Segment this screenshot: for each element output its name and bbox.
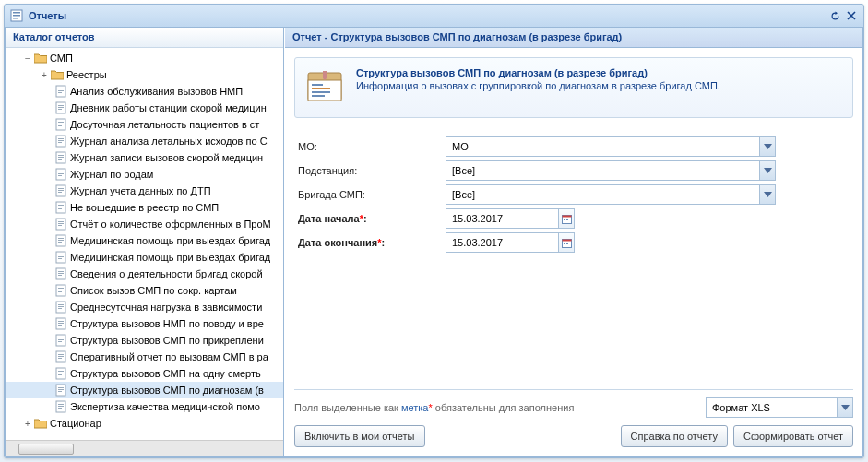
- svg-rect-69: [58, 354, 64, 355]
- svg-rect-85: [308, 80, 341, 101]
- svg-rect-73: [58, 371, 64, 372]
- svg-rect-92: [564, 219, 565, 220]
- report-panel: Отчет - Структура вызовов СМП по диагноз…: [284, 28, 862, 456]
- svg-rect-2: [13, 15, 20, 17]
- svg-rect-83: [58, 408, 62, 409]
- svg-rect-61: [58, 321, 64, 322]
- svg-rect-33: [58, 205, 64, 206]
- svg-rect-96: [564, 243, 565, 244]
- svg-rect-66: [58, 339, 64, 340]
- tree-folder-smp[interactable]: −СМП: [6, 50, 283, 66]
- date-end-input[interactable]: 15.03.2017: [446, 232, 575, 253]
- report-tree[interactable]: −СМП +Реестры Анализ обслуживания вызово…: [6, 48, 283, 440]
- date-start-input[interactable]: 15.03.2017: [446, 208, 575, 229]
- package-icon: [304, 67, 345, 108]
- tree-item[interactable]: Дневник работы станции скорой медицин: [6, 100, 283, 116]
- tree-item[interactable]: Структура вызовов СМП по прикреплени: [6, 332, 283, 349]
- svg-rect-29: [58, 188, 64, 189]
- svg-rect-10: [58, 107, 64, 108]
- calendar-icon[interactable]: [558, 209, 574, 228]
- horizontal-scrollbar[interactable]: [6, 440, 283, 456]
- svg-rect-74: [58, 373, 64, 373]
- tree-item[interactable]: Медицинская помощь при выездах бригад: [6, 249, 283, 266]
- tree-item[interactable]: Отчёт о количестве оформленных в ПроМ: [6, 216, 283, 232]
- tree-folder-registry[interactable]: +Реестры: [6, 66, 283, 83]
- chevron-down-icon[interactable]: [759, 161, 775, 180]
- svg-rect-78: [58, 389, 64, 390]
- svg-rect-57: [58, 304, 64, 305]
- tree-item[interactable]: Структура вызовов НМП по поводу и вре: [6, 315, 283, 332]
- svg-rect-87: [312, 88, 330, 89]
- svg-rect-39: [58, 225, 62, 226]
- tree-item-selected[interactable]: Структура вызовов СМП по диагнозам (в: [6, 382, 283, 398]
- svg-rect-82: [58, 406, 64, 407]
- chevron-down-icon[interactable]: [759, 137, 775, 156]
- tree-item[interactable]: Журнал по родам: [6, 166, 283, 183]
- format-select[interactable]: Формат XLS: [706, 397, 853, 418]
- svg-rect-65: [58, 338, 64, 338]
- svg-rect-75: [58, 374, 62, 375]
- svg-rect-81: [58, 404, 64, 405]
- brigade-select[interactable]: [Все]: [446, 184, 776, 205]
- svg-rect-30: [58, 190, 64, 191]
- svg-rect-7: [58, 92, 62, 93]
- refresh-icon[interactable]: [828, 9, 842, 23]
- mo-select[interactable]: МО: [446, 136, 776, 157]
- svg-rect-53: [58, 288, 64, 289]
- tree-item[interactable]: Журнал анализа летальных исходов по С: [6, 133, 283, 149]
- tree-item[interactable]: Досуточная летальность пациентов в ст: [6, 116, 283, 133]
- required-note: Поля выделенные как метка* обязательны д…: [294, 402, 574, 413]
- window-title: Отчеты: [29, 10, 828, 21]
- svg-rect-79: [58, 391, 62, 392]
- svg-rect-34: [58, 207, 64, 207]
- tree-item[interactable]: Среднесуточная нагрузка в зависимости: [6, 299, 283, 315]
- substation-value: [Все]: [446, 165, 759, 176]
- report-icon: [10, 8, 25, 23]
- svg-rect-46: [58, 256, 64, 257]
- svg-rect-14: [58, 124, 64, 124]
- chevron-down-icon[interactable]: [759, 185, 775, 204]
- tree-item[interactable]: Не вошедшие в реестр по СМП: [6, 199, 283, 216]
- svg-rect-71: [58, 358, 62, 359]
- svg-rect-26: [58, 173, 64, 174]
- substation-select[interactable]: [Все]: [446, 160, 776, 181]
- date-start-value: 15.03.2017: [446, 213, 558, 224]
- svg-rect-18: [58, 140, 64, 141]
- svg-rect-59: [58, 308, 62, 309]
- tree-item[interactable]: Экспертиза качества медицинской помо: [6, 398, 283, 415]
- tree-item[interactable]: Медицинская помощь при выездах бригад: [6, 232, 283, 249]
- tree-item[interactable]: Журнал записи вызовов скорой медицин: [6, 149, 283, 166]
- calendar-icon[interactable]: [558, 233, 574, 252]
- tree-item[interactable]: Анализ обслуживания вызовов НМП: [6, 83, 283, 100]
- tree-item[interactable]: Оперативный отчет по вызовам СМП в ра: [6, 349, 283, 365]
- chevron-down-icon[interactable]: [837, 398, 852, 417]
- close-icon[interactable]: [844, 9, 858, 23]
- scrollbar-thumb[interactable]: [18, 444, 74, 455]
- report-title: Структура вызовов СМП по диагнозам (в ра…: [356, 67, 843, 78]
- tree-item[interactable]: Список вызов СМП по сокр. картам: [6, 282, 283, 299]
- tree-item[interactable]: Сведения о деятельности бригад скорой: [6, 266, 283, 282]
- add-to-my-reports-button[interactable]: Включить в мои отчеты: [294, 425, 425, 447]
- mo-label: МО:: [298, 141, 446, 152]
- svg-rect-23: [58, 159, 62, 160]
- svg-rect-22: [58, 157, 64, 158]
- tree-folder-stacionar[interactable]: +Стационар: [6, 415, 283, 432]
- titlebar: Отчеты: [5, 5, 863, 28]
- svg-rect-21: [58, 155, 64, 156]
- tree-item[interactable]: Структура вызовов СМП на одну смерть: [6, 365, 283, 382]
- svg-rect-55: [58, 291, 62, 292]
- svg-rect-67: [58, 341, 62, 342]
- svg-rect-45: [58, 255, 64, 255]
- report-help-button[interactable]: Справка по отчету: [621, 425, 728, 447]
- svg-rect-51: [58, 275, 62, 276]
- generate-report-button[interactable]: Сформировать отчет: [733, 425, 853, 447]
- report-info: Структура вызовов СМП по диагнозам (в ра…: [294, 57, 853, 118]
- format-value: Формат XLS: [707, 402, 837, 413]
- brigade-value: [Все]: [446, 189, 759, 200]
- svg-rect-19: [58, 142, 62, 143]
- svg-rect-93: [566, 219, 568, 220]
- svg-rect-97: [566, 243, 568, 244]
- svg-rect-3: [13, 18, 18, 19]
- svg-rect-27: [58, 175, 62, 176]
- tree-item[interactable]: Журнал учета данных по ДТП: [6, 183, 283, 199]
